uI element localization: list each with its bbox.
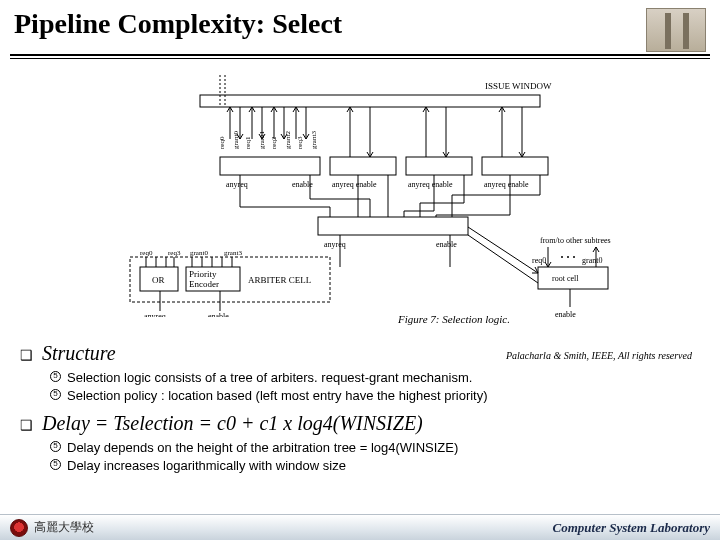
list-item: 5 Selection policy : location based (lef…	[50, 387, 700, 405]
port-label-grant1: grant1	[258, 131, 266, 149]
issue-window-label: ISSUE WINDOW	[485, 81, 552, 91]
footer-bar: 高麗大學校 Computer System Laboratory	[0, 514, 720, 540]
root-grant0-label: grant0	[582, 256, 602, 265]
lab-name: Computer System Laboratory	[553, 520, 710, 536]
section-heading-delay: Delay = Tselection = c0 + c1 x log4(WINS…	[42, 412, 423, 435]
pe-line2: Encoder	[189, 279, 219, 289]
arb-port-req3: req3	[168, 249, 181, 257]
arb-port-req0: req0	[140, 249, 153, 257]
port-label-grant0: grant0	[232, 131, 240, 149]
circled-number-icon: 5	[50, 389, 61, 400]
anyreq-enable-label-2: anyreq enable	[408, 180, 453, 189]
anyreq-label-0: anyreq	[226, 180, 248, 189]
or-box-label: OR	[152, 275, 165, 285]
arb-port-grant3: grant3	[224, 249, 242, 257]
title-bar: Pipeline Complexity: Select	[0, 0, 720, 54]
svg-point-63	[573, 256, 575, 258]
slide: Pipeline Complexity: Select ISSUE WINDOW	[0, 0, 720, 540]
svg-line-64	[468, 227, 538, 273]
section-structure: ❑ Structure 5 Selection logic consists o…	[20, 342, 700, 404]
combine-anyreq-label: anyreq	[324, 240, 346, 249]
section-delay: ❑ Delay = Tselection = c0 + c1 x log4(WI…	[20, 412, 700, 474]
port-label-grant3: grant3	[310, 131, 318, 149]
port-label-grant2: grant2	[284, 131, 292, 149]
root-cell-label: root cell	[552, 274, 579, 283]
svg-point-62	[567, 256, 569, 258]
svg-rect-41	[318, 217, 468, 235]
arbiter-cell-label: ARBITER CELL	[248, 275, 311, 285]
svg-rect-11	[220, 157, 320, 175]
pe-line1: Priority	[189, 269, 217, 279]
port-label-req2: req2	[270, 136, 278, 149]
root-enable-label: enable	[555, 310, 576, 317]
square-bullet-icon: ❑	[20, 347, 34, 363]
svg-point-61	[561, 256, 563, 258]
svg-rect-0	[200, 95, 540, 107]
port-label-req1: req1	[244, 136, 252, 149]
building-photo-icon	[646, 8, 706, 52]
bullet-text: Delay depends on the height of the arbit…	[67, 439, 458, 457]
selection-logic-figure: ISSUE WINDOW	[70, 67, 650, 317]
section-heading-structure: Structure	[42, 342, 116, 365]
arb-port-grant0: grant0	[190, 249, 208, 257]
arb-enable-label: enable	[208, 312, 229, 317]
footer-left: 高麗大學校	[10, 519, 94, 537]
port-label-req3: req3	[296, 136, 304, 149]
divider-thin	[10, 58, 710, 59]
bullet-text: Delay increases logarithmically with win…	[67, 457, 346, 475]
list-item: 5 Delay depends on the height of the arb…	[50, 439, 700, 457]
page-title: Pipeline Complexity: Select	[14, 8, 342, 40]
anyreq-enable-label-1: anyreq enable	[332, 180, 377, 189]
university-logo-icon	[10, 519, 28, 537]
figure-caption: Figure 7: Selection logic.	[398, 313, 510, 325]
divider-thick	[10, 54, 710, 56]
bullet-text: Selection logic consists of a tree of ar…	[67, 369, 472, 387]
root-req0-label: req0	[532, 256, 546, 265]
circled-number-icon: 5	[50, 459, 61, 470]
list-item: 5 Selection logic consists of a tree of …	[50, 369, 700, 387]
subtree-label: from/to other subtrees	[540, 236, 611, 245]
square-bullet-icon: ❑	[20, 417, 34, 433]
circled-number-icon: 5	[50, 441, 61, 452]
university-name: 高麗大學校	[34, 519, 94, 536]
svg-rect-13	[406, 157, 472, 175]
combine-enable-label: enable	[436, 240, 457, 249]
bullet-text: Selection policy : location based (left …	[67, 387, 488, 405]
arb-anyreq-label: anyreq	[144, 312, 166, 317]
content-area: ❑ Structure 5 Selection logic consists o…	[20, 342, 700, 482]
svg-line-65	[468, 235, 538, 283]
list-item: 5 Delay increases logarithmically with w…	[50, 457, 700, 475]
circled-number-icon: 5	[50, 371, 61, 382]
anyreq-enable-label-3: anyreq enable	[484, 180, 529, 189]
port-label-req0: req0	[218, 136, 226, 149]
svg-rect-12	[330, 157, 396, 175]
svg-rect-14	[482, 157, 548, 175]
